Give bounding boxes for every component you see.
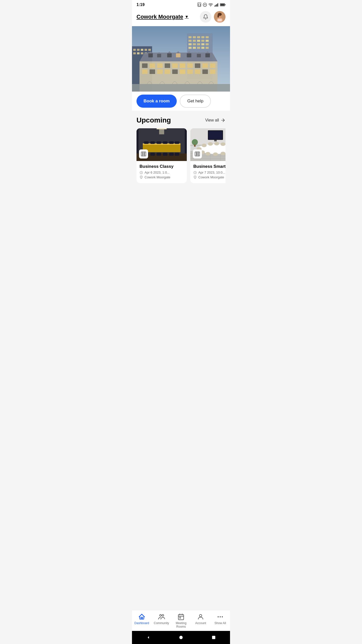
card-1-location: Cowork Moorgate <box>140 175 184 179</box>
svg-rect-105 <box>141 152 146 156</box>
svg-rect-34 <box>193 43 196 45</box>
svg-rect-137 <box>194 145 196 147</box>
battery-icon <box>220 3 225 6</box>
header: Cowork Moorgate ▼ <box>132 9 230 26</box>
svg-rect-68 <box>180 63 185 68</box>
svg-rect-82 <box>210 69 215 74</box>
svg-rect-141 <box>195 152 200 156</box>
svg-rect-69 <box>187 63 193 68</box>
svg-point-18 <box>217 15 219 18</box>
svg-rect-76 <box>165 69 170 74</box>
booking-card-2[interactable]: Business Smart Apr 7 2023, 10:0... Cowor… <box>190 128 225 183</box>
svg-rect-78 <box>180 69 185 74</box>
svg-rect-6 <box>214 6 215 7</box>
svg-rect-47 <box>145 49 147 51</box>
signal-icon <box>214 3 218 7</box>
status-time: 1:19 <box>137 3 145 7</box>
svg-rect-50 <box>137 52 140 54</box>
bell-icon <box>203 14 208 20</box>
svg-rect-93 <box>157 141 161 144</box>
svg-rect-9 <box>217 3 218 7</box>
svg-rect-94 <box>163 141 167 144</box>
card-1-room-icon <box>139 149 148 158</box>
hero-cityscape <box>132 26 230 92</box>
svg-rect-56 <box>148 53 153 57</box>
card-1-date: Apr 6 2023, 1:0... <box>140 171 184 174</box>
svg-rect-139 <box>208 131 222 139</box>
svg-rect-67 <box>172 63 178 68</box>
svg-rect-42 <box>206 47 209 49</box>
svg-rect-40 <box>197 47 200 49</box>
svg-point-132 <box>205 152 210 155</box>
svg-point-124 <box>208 142 213 146</box>
svg-rect-19 <box>218 19 222 21</box>
status-bar: 1:19 <box>132 0 230 9</box>
svg-rect-46 <box>141 49 143 51</box>
svg-rect-140 <box>214 140 217 141</box>
svg-rect-74 <box>150 69 155 74</box>
svg-rect-60 <box>187 53 191 57</box>
chevron-down-icon: ▼ <box>185 15 189 19</box>
header-actions <box>200 11 225 23</box>
svg-rect-38 <box>189 47 192 49</box>
workspace-name: Cowork Moorgate <box>137 14 183 20</box>
svg-rect-7 <box>215 5 216 7</box>
svg-rect-12 <box>220 4 224 6</box>
svg-rect-36 <box>201 43 204 45</box>
svg-point-136 <box>192 139 198 145</box>
get-help-button[interactable]: Get help <box>180 95 211 108</box>
svg-rect-8 <box>216 4 217 7</box>
svg-rect-57 <box>157 54 161 57</box>
view-all-label: View all <box>205 118 219 123</box>
svg-rect-32 <box>206 40 209 42</box>
svg-rect-95 <box>169 141 174 144</box>
card-1-title: Business Classy <box>140 164 184 169</box>
svg-rect-92 <box>150 141 155 144</box>
svg-rect-102 <box>175 153 179 156</box>
svg-rect-1 <box>198 4 200 6</box>
svg-rect-62 <box>205 53 210 57</box>
sim-card-icon <box>197 3 201 7</box>
card-1-body: Business Classy Apr 6 2023, 1:0... Cowor… <box>137 161 187 183</box>
avatar-image <box>214 11 225 23</box>
svg-rect-81 <box>202 69 208 74</box>
svg-rect-66 <box>165 63 170 68</box>
no-entry-icon <box>203 3 207 7</box>
svg-rect-79 <box>187 69 193 74</box>
svg-rect-45 <box>137 49 140 51</box>
svg-rect-11 <box>225 4 226 5</box>
card-2-body: Business Smart Apr 7 2023, 10:0... Cowor… <box>190 161 225 183</box>
avatar[interactable] <box>214 11 225 23</box>
svg-point-130 <box>220 152 225 155</box>
card-2-date: Apr 7 2023, 10:0... <box>193 171 225 174</box>
view-all-link[interactable]: View all <box>205 118 225 123</box>
svg-rect-73 <box>142 69 148 74</box>
svg-rect-77 <box>172 69 178 74</box>
upcoming-cards-row: Business Classy Apr 6 2023, 1:0... Cowor… <box>137 128 225 186</box>
svg-point-144 <box>195 176 196 177</box>
card-2-room-icon <box>193 149 202 158</box>
svg-rect-24 <box>193 36 196 38</box>
svg-rect-101 <box>169 153 174 156</box>
notification-button[interactable] <box>200 11 211 23</box>
status-icons <box>197 3 225 7</box>
card-1-image <box>137 128 187 161</box>
svg-rect-61 <box>197 54 201 57</box>
svg-rect-29 <box>193 40 196 42</box>
workspace-title[interactable]: Cowork Moorgate ▼ <box>137 14 189 20</box>
card-2-image <box>190 128 225 161</box>
svg-rect-37 <box>206 43 209 45</box>
svg-point-126 <box>220 142 225 146</box>
book-room-button[interactable]: Book a room <box>137 95 177 108</box>
svg-rect-90 <box>143 143 180 145</box>
svg-rect-48 <box>148 49 151 51</box>
svg-rect-70 <box>195 63 200 68</box>
svg-rect-80 <box>195 69 200 74</box>
booking-card-1[interactable]: Business Classy Apr 6 2023, 1:0... Cowor… <box>137 128 187 183</box>
svg-point-131 <box>213 152 218 156</box>
svg-rect-44 <box>133 49 136 51</box>
svg-rect-75 <box>157 69 163 74</box>
hero-banner <box>132 26 230 92</box>
arrow-right-icon <box>220 118 225 123</box>
hero-actions: Book a room Get help <box>132 92 230 111</box>
